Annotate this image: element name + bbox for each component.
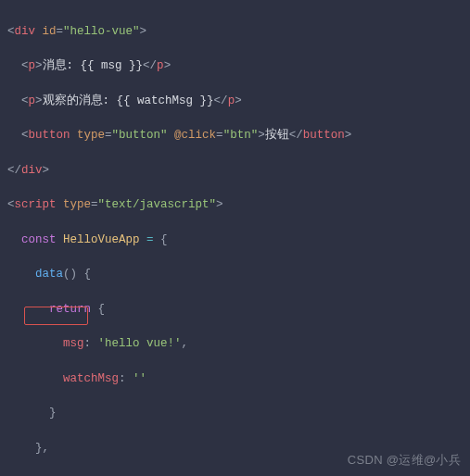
code-editor: <div id="hello-vue"> <p>消息: {{ msg }}</p… bbox=[0, 0, 470, 476]
code-line: <p>观察的消息: {{ watchMsg }}</p> bbox=[7, 93, 464, 110]
code-line: data() { bbox=[7, 266, 464, 283]
code-line: }, bbox=[7, 440, 464, 457]
code-line: } bbox=[7, 405, 464, 422]
code-line: const HelloVueApp = { bbox=[7, 232, 464, 249]
code-line: <p>消息: {{ msg }}</p> bbox=[7, 57, 464, 75]
code-line: <script type="text/javascript"> bbox=[7, 196, 464, 214]
code-line: watchMsg: '' bbox=[7, 370, 464, 388]
code-line: </div> bbox=[7, 162, 464, 180]
code-line: return { bbox=[7, 301, 464, 319]
code-line: <div id="hello-vue"> bbox=[7, 23, 464, 41]
code-line: <button type="button" @click="btn">按钮</b… bbox=[7, 127, 464, 144]
code-line: msg: 'hello vue!', bbox=[7, 335, 464, 353]
